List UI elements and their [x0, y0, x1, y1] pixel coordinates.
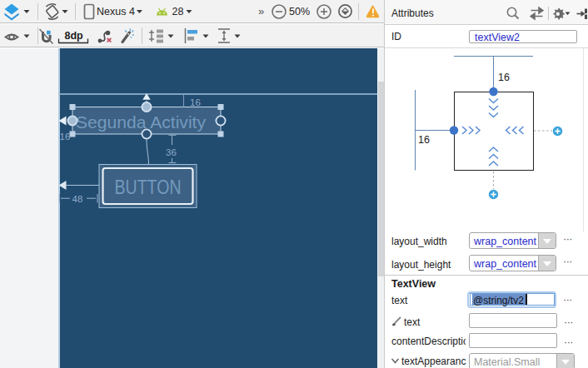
svg-text:16: 16: [60, 132, 71, 142]
svg-text:48: 48: [72, 194, 83, 204]
svg-text:36: 36: [166, 147, 177, 157]
svg-text:16: 16: [190, 97, 201, 107]
svg-text:BUTTON: BUTTON: [115, 176, 182, 198]
svg-text:16: 16: [418, 134, 430, 146]
svg-text:16: 16: [498, 72, 510, 83]
svg-text:Segunda Activity: Segunda Activity: [76, 113, 206, 132]
